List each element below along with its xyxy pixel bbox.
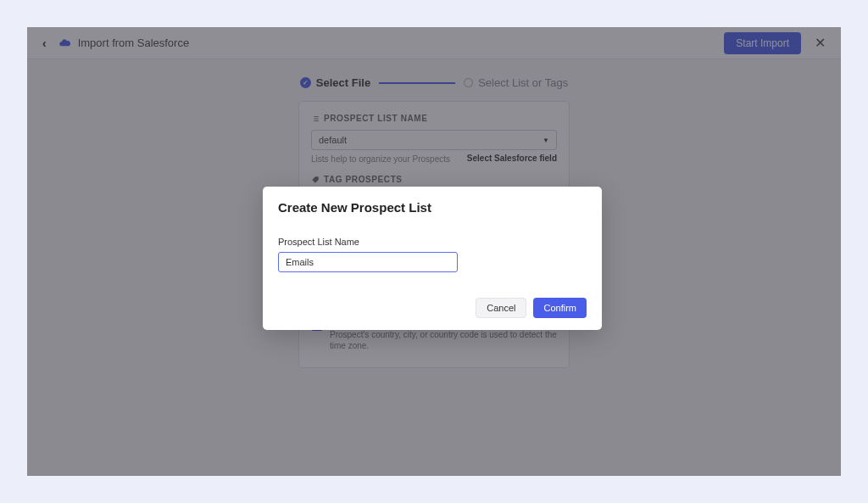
cancel-button[interactable]: Cancel (476, 298, 526, 318)
modal-field-label: Prospect List Name (278, 237, 587, 247)
modal-title: Create New Prospect List (278, 200, 587, 215)
create-list-modal: Create New Prospect List Prospect List N… (263, 187, 602, 330)
confirm-button[interactable]: Confirm (533, 298, 587, 318)
modal-actions: Cancel Confirm (278, 298, 587, 318)
prospect-list-name-input[interactable] (278, 252, 458, 272)
